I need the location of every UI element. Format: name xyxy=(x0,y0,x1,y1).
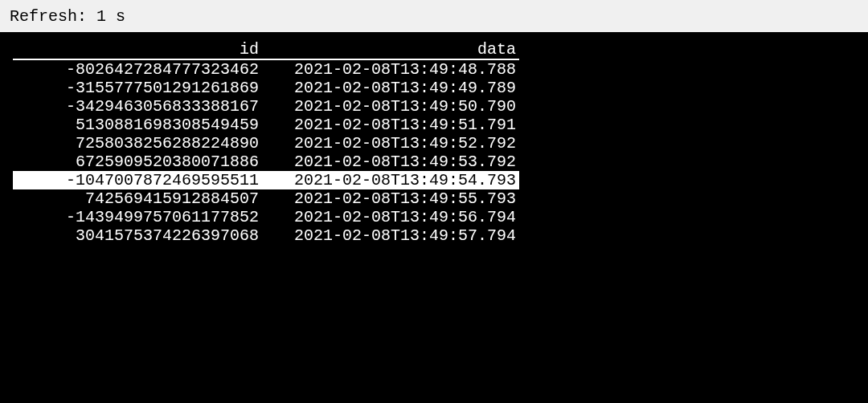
table-row: 51308816983085494592021-02-08T13:49:51.7… xyxy=(13,116,519,134)
cell-data: 2021-02-08T13:49:51.791 xyxy=(272,116,519,134)
data-table: id data -80264272847773234622021-02-08T1… xyxy=(13,40,519,245)
table-row: 30415753742263970682021-02-08T13:49:57.7… xyxy=(13,226,519,245)
cell-data: 2021-02-08T13:49:50.790 xyxy=(272,97,519,116)
cell-data: 2021-02-08T13:49:57.794 xyxy=(272,226,519,245)
table-row: 7425694159128845072021-02-08T13:49:55.79… xyxy=(13,189,519,208)
table-row: -10470078724695955112021-02-08T13:49:54.… xyxy=(13,171,519,189)
column-header-id: id xyxy=(13,40,262,59)
refresh-header: Refresh: 1 s xyxy=(0,0,868,32)
cell-id: -1047007872469595511 xyxy=(13,171,262,189)
refresh-label: Refresh: 1 s xyxy=(10,7,125,26)
table-row: 67259095203800718862021-02-08T13:49:53.7… xyxy=(13,153,519,171)
cell-id: 742569415912884507 xyxy=(13,189,262,208)
table-row: -31557775012912618692021-02-08T13:49:49.… xyxy=(13,79,519,97)
table-row: -34294630568333881672021-02-08T13:49:50.… xyxy=(13,97,519,116)
table-row: 72580382562882248902021-02-08T13:49:52.7… xyxy=(13,134,519,153)
cell-id: 5130881698308549459 xyxy=(13,116,262,134)
cell-id: -3429463056833388167 xyxy=(13,97,262,116)
cell-id: 3041575374226397068 xyxy=(13,226,262,245)
terminal-output: id data -80264272847773234622021-02-08T1… xyxy=(0,32,868,403)
cell-data: 2021-02-08T13:49:56.794 xyxy=(272,208,519,226)
cell-id: 7258038256288224890 xyxy=(13,134,262,153)
column-header-data: data xyxy=(272,40,519,59)
cell-data: 2021-02-08T13:49:54.793 xyxy=(272,171,519,189)
cell-id: -3155777501291261869 xyxy=(13,79,262,97)
cell-data: 2021-02-08T13:49:55.793 xyxy=(272,189,519,208)
cell-data: 2021-02-08T13:49:48.788 xyxy=(272,59,519,79)
table-row: -80264272847773234622021-02-08T13:49:48.… xyxy=(13,59,519,79)
cell-data: 2021-02-08T13:49:49.789 xyxy=(272,79,519,97)
table-row: -14394997570611778522021-02-08T13:49:56.… xyxy=(13,208,519,226)
cell-id: -1439499757061177852 xyxy=(13,208,262,226)
cell-id: -8026427284777323462 xyxy=(13,59,262,79)
cell-id: 6725909520380071886 xyxy=(13,153,262,171)
cell-data: 2021-02-08T13:49:52.792 xyxy=(272,134,519,153)
cell-data: 2021-02-08T13:49:53.792 xyxy=(272,153,519,171)
